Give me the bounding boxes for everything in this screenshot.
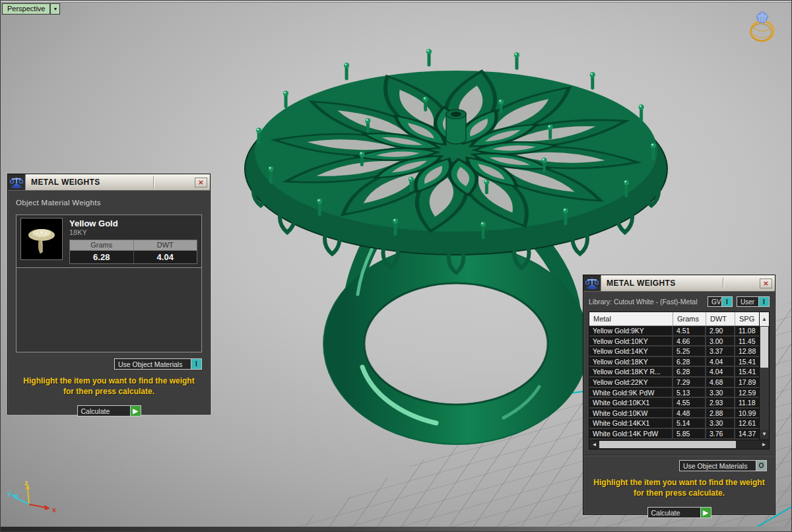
play-icon[interactable]: ▶ [700, 508, 711, 517]
scrollbar-thumb[interactable] [760, 327, 768, 368]
viewport[interactable]: Perspective ▼ z y x [0, 0, 792, 532]
calculate-hint: Highlight the item you want to find the … [591, 478, 767, 498]
table-row[interactable]: White Gold:14KX15.143.3012.61 [589, 418, 759, 429]
table-row[interactable]: White Gold:9K PdW5.133.3012.59 [589, 388, 759, 399]
toggle-on-indicator[interactable]: I [758, 297, 769, 306]
play-icon[interactable]: ▶ [130, 406, 141, 416]
metal-table[interactable]: Metal Grams DWT SPG Yellow Gold:9KY4.512… [589, 312, 770, 449]
metal-weights-panel-left[interactable]: METAL WEIGHTS ✕ Object Material Weights [7, 174, 211, 415]
material-list-empty-area [16, 268, 201, 352]
table-cell: 17.89 [735, 378, 759, 387]
titlebar-divider [723, 277, 724, 289]
table-cell: 6.28 [673, 357, 706, 366]
grams-value: 6.28 [70, 251, 134, 263]
table-cell: Yellow Gold:10KY [589, 337, 673, 346]
balance-scale-icon [583, 275, 601, 291]
table-cell: 11.08 [735, 326, 759, 335]
use-object-materials-button[interactable]: Use Object Materials I [114, 358, 202, 370]
table-cell: Yellow Gold:18KY [589, 357, 673, 366]
scroll-right-icon[interactable]: ► [759, 440, 769, 449]
dwt-header: DWT [134, 240, 197, 250]
table-cell: 5.85 [673, 429, 706, 438]
toggle-on-indicator[interactable]: I [191, 359, 201, 369]
table-cell: 15.41 [735, 357, 759, 366]
vertical-scrollbar[interactable]: ▲ ▼ [759, 312, 769, 440]
table-header: Metal Grams DWT SPG [589, 312, 759, 326]
table-cell: 2.93 [706, 398, 735, 407]
material-list: Yellow Gold 18KY Grams DWT 6.28 4.04 [16, 215, 202, 352]
table-row[interactable]: White Gold:10KX14.552.9311.18 [589, 398, 759, 409]
table-cell: White Gold:10KW [589, 409, 673, 418]
material-card[interactable]: Yellow Gold 18KY Grams DWT 6.28 4.04 [16, 215, 201, 268]
panel-title: METAL WEIGHTS [26, 178, 106, 187]
column-header-metal[interactable]: Metal [589, 312, 673, 325]
table-row[interactable]: White Gold:10KW4.482.8810.99 [589, 409, 759, 419]
axis-gizmo: z y x [6, 477, 65, 530]
table-cell: 14.37 [735, 429, 759, 438]
section-label: Object Material Weights [16, 199, 202, 207]
table-cell: White Gold:9K PdW [589, 388, 673, 397]
table-cell: Yellow Gold:18KY R... [589, 367, 673, 376]
table-cell: 3.30 [706, 418, 735, 428]
calculate-button[interactable]: Calculate ▶ [647, 507, 711, 518]
metal-weights-panel-right[interactable]: METAL WEIGHTS ✕ Library: Cutout White - … [583, 275, 776, 515]
gv-button[interactable]: GV I [708, 296, 733, 307]
viewport-bottom-edge [1, 527, 791, 531]
column-header-grams[interactable]: Grams [673, 312, 706, 325]
table-cell: 11.18 [735, 398, 759, 407]
close-icon[interactable]: ✕ [195, 178, 207, 187]
viewport-top-edge [1, 1, 791, 3]
table-cell: 6.28 [673, 367, 706, 376]
table-cell: 2.88 [706, 409, 735, 418]
user-button[interactable]: User I [737, 296, 770, 307]
table-row[interactable]: Yellow Gold:18KY6.284.0415.41 [589, 357, 759, 368]
table-cell: White Gold:14KX1 [589, 418, 673, 428]
table-cell: 4.51 [673, 326, 706, 335]
metal-table-body[interactable]: Yellow Gold:9KY4.512.9011.08Yellow Gold:… [589, 326, 759, 440]
material-name: Yellow Gold [69, 218, 197, 228]
table-cell: White Gold:10KX1 [589, 398, 673, 407]
table-cell: 5.25 [673, 347, 706, 356]
scroll-left-icon[interactable]: ◄ [589, 440, 599, 449]
dwt-value: 4.04 [134, 251, 197, 263]
horizontal-scrollbar[interactable]: ◄ ► [589, 440, 769, 449]
viewport-label-tab[interactable]: Perspective ▼ [2, 3, 60, 15]
table-row[interactable]: White Gold:14K PdW5.853.7614.37 [589, 429, 759, 440]
panel-titlebar[interactable]: METAL WEIGHTS ✕ [8, 174, 210, 191]
table-cell: 3.76 [706, 429, 735, 438]
table-cell: 4.04 [706, 367, 735, 376]
table-row[interactable]: Yellow Gold:10KY4.663.0011.45 [589, 337, 759, 347]
table-cell: 12.61 [735, 418, 759, 428]
toggle-on-indicator[interactable]: I [721, 297, 732, 306]
table-cell: 4.48 [673, 409, 706, 418]
column-header-dwt[interactable]: DWT [706, 312, 735, 325]
panel-titlebar[interactable]: METAL WEIGHTS ✕ [583, 275, 775, 292]
table-cell: 4.68 [706, 378, 735, 387]
close-icon[interactable]: ✕ [760, 279, 772, 288]
table-cell: 3.37 [706, 347, 735, 356]
scrollbar-thumb[interactable] [599, 441, 736, 448]
material-thumbnail [20, 218, 63, 260]
table-cell: 5.14 [673, 418, 706, 428]
chevron-down-icon[interactable]: ▼ [50, 3, 60, 15]
material-karat: 18KY [69, 228, 197, 236]
scroll-down-icon[interactable]: ▼ [760, 430, 769, 440]
ring-shank [323, 238, 589, 444]
use-object-materials-button[interactable]: Use Object Materials O [679, 460, 767, 471]
table-cell: 4.66 [673, 337, 706, 346]
titlebar-divider [153, 176, 154, 188]
table-cell: 7.29 [673, 378, 706, 387]
column-header-spg[interactable]: SPG [735, 312, 759, 325]
viewport-name[interactable]: Perspective [2, 3, 50, 15]
scroll-up-icon[interactable]: ▲ [760, 312, 769, 326]
table-row[interactable]: Yellow Gold:22KY7.294.6817.89 [589, 378, 759, 388]
table-row[interactable]: Yellow Gold:18KY R...6.284.0415.41 [589, 367, 759, 378]
table-row[interactable]: Yellow Gold:14KY5.253.3712.88 [589, 347, 759, 357]
toggle-off-indicator[interactable]: O [756, 461, 766, 471]
table-cell: 5.13 [673, 388, 706, 397]
table-cell: 15.41 [735, 367, 759, 376]
ring-dome [245, 49, 667, 273]
table-row[interactable]: Yellow Gold:9KY4.512.9011.08 [589, 326, 759, 337]
axis-y-label: y [7, 489, 12, 497]
calculate-button[interactable]: Calculate ▶ [77, 405, 141, 416]
